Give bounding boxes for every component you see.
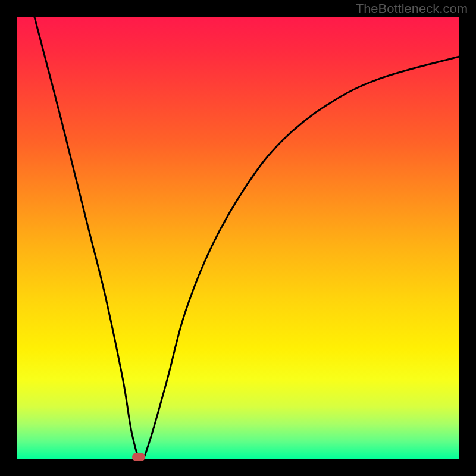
bottleneck-curve: [35, 17, 459, 459]
chart-gradient-area: [17, 17, 459, 459]
chart-svg: [17, 17, 459, 459]
watermark-label: TheBottleneck.com: [356, 1, 468, 17]
minimum-marker: [132, 453, 145, 461]
